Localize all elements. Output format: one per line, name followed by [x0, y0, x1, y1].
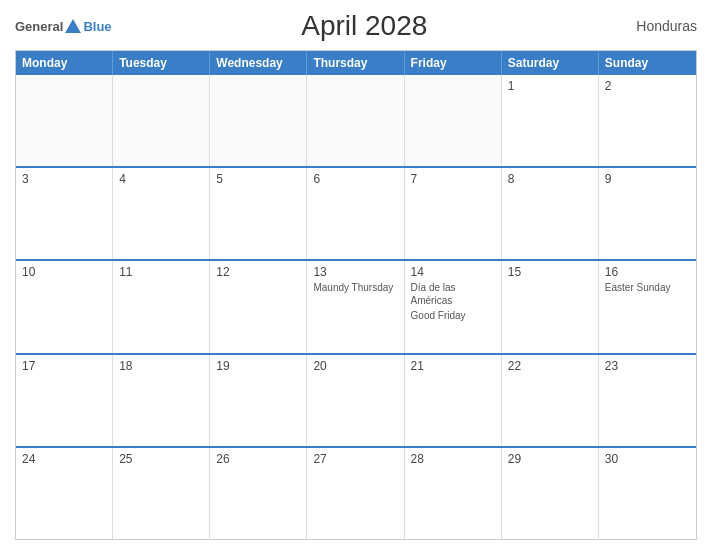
- cell-w1-d3: [210, 75, 307, 166]
- day-number: 4: [119, 172, 203, 186]
- day-number: 12: [216, 265, 300, 279]
- day-number: 22: [508, 359, 592, 373]
- day-number: 25: [119, 452, 203, 466]
- header-thursday: Thursday: [307, 51, 404, 75]
- header-saturday: Saturday: [502, 51, 599, 75]
- cell-w3-d4: 13Maundy Thursday: [307, 261, 404, 352]
- cell-w4-d5: 21: [405, 355, 502, 446]
- cell-w4-d7: 23: [599, 355, 696, 446]
- cell-w4-d2: 18: [113, 355, 210, 446]
- cell-w5-d3: 26: [210, 448, 307, 539]
- cell-w1-d1: [16, 75, 113, 166]
- day-number: 6: [313, 172, 397, 186]
- day-number: 3: [22, 172, 106, 186]
- holiday-label: Día de las Américas: [411, 281, 495, 307]
- calendar-title: April 2028: [112, 10, 617, 42]
- day-number: 29: [508, 452, 592, 466]
- day-number: 9: [605, 172, 690, 186]
- day-number: 17: [22, 359, 106, 373]
- cell-w1-d5: [405, 75, 502, 166]
- holiday-label: Maundy Thursday: [313, 281, 397, 294]
- calendar-grid: Monday Tuesday Wednesday Thursday Friday…: [15, 50, 697, 540]
- day-number: 19: [216, 359, 300, 373]
- week-1: 12: [16, 75, 696, 168]
- day-number: 7: [411, 172, 495, 186]
- day-number: 11: [119, 265, 203, 279]
- cell-w2-d2: 4: [113, 168, 210, 259]
- day-number: 18: [119, 359, 203, 373]
- cell-w3-d6: 15: [502, 261, 599, 352]
- cell-w1-d4: [307, 75, 404, 166]
- cell-w2-d5: 7: [405, 168, 502, 259]
- cell-w3-d3: 12: [210, 261, 307, 352]
- cell-w5-d5: 28: [405, 448, 502, 539]
- calendar-body: 12345678910111213Maundy Thursday14Día de…: [16, 75, 696, 539]
- cell-w5-d7: 30: [599, 448, 696, 539]
- week-4: 17181920212223: [16, 355, 696, 448]
- cell-w2-d6: 8: [502, 168, 599, 259]
- cell-w1-d6: 1: [502, 75, 599, 166]
- header: General Blue April 2028 Honduras: [15, 10, 697, 42]
- day-number: 23: [605, 359, 690, 373]
- header-sunday: Sunday: [599, 51, 696, 75]
- calendar-header: Monday Tuesday Wednesday Thursday Friday…: [16, 51, 696, 75]
- logo-general-text: General: [15, 19, 63, 34]
- cell-w3-d2: 11: [113, 261, 210, 352]
- day-number: 28: [411, 452, 495, 466]
- cell-w2-d3: 5: [210, 168, 307, 259]
- cell-w4-d1: 17: [16, 355, 113, 446]
- day-number: 27: [313, 452, 397, 466]
- svg-marker-0: [65, 19, 81, 33]
- holiday-label: Good Friday: [411, 309, 495, 322]
- holiday-label: Easter Sunday: [605, 281, 690, 294]
- week-2: 3456789: [16, 168, 696, 261]
- logo-blue-text: Blue: [83, 19, 111, 34]
- day-number: 21: [411, 359, 495, 373]
- cell-w1-d7: 2: [599, 75, 696, 166]
- header-monday: Monday: [16, 51, 113, 75]
- day-number: 2: [605, 79, 690, 93]
- day-number: 14: [411, 265, 495, 279]
- cell-w5-d4: 27: [307, 448, 404, 539]
- cell-w3-d1: 10: [16, 261, 113, 352]
- calendar-page: General Blue April 2028 Honduras Monday …: [0, 0, 712, 550]
- day-number: 20: [313, 359, 397, 373]
- logo: General Blue: [15, 17, 112, 35]
- cell-w4-d4: 20: [307, 355, 404, 446]
- header-tuesday: Tuesday: [113, 51, 210, 75]
- day-number: 26: [216, 452, 300, 466]
- cell-w4-d3: 19: [210, 355, 307, 446]
- cell-w3-d5: 14Día de las AméricasGood Friday: [405, 261, 502, 352]
- day-number: 5: [216, 172, 300, 186]
- day-number: 1: [508, 79, 592, 93]
- country-label: Honduras: [617, 18, 697, 34]
- day-number: 8: [508, 172, 592, 186]
- header-friday: Friday: [405, 51, 502, 75]
- logo-triangle-icon: [64, 17, 82, 35]
- cell-w3-d7: 16Easter Sunday: [599, 261, 696, 352]
- week-3: 10111213Maundy Thursday14Día de las Amér…: [16, 261, 696, 354]
- day-number: 13: [313, 265, 397, 279]
- cell-w5-d1: 24: [16, 448, 113, 539]
- day-number: 24: [22, 452, 106, 466]
- day-number: 16: [605, 265, 690, 279]
- day-number: 30: [605, 452, 690, 466]
- cell-w2-d1: 3: [16, 168, 113, 259]
- cell-w1-d2: [113, 75, 210, 166]
- cell-w5-d2: 25: [113, 448, 210, 539]
- cell-w2-d7: 9: [599, 168, 696, 259]
- week-5: 24252627282930: [16, 448, 696, 539]
- cell-w5-d6: 29: [502, 448, 599, 539]
- cell-w2-d4: 6: [307, 168, 404, 259]
- cell-w4-d6: 22: [502, 355, 599, 446]
- day-number: 15: [508, 265, 592, 279]
- header-wednesday: Wednesday: [210, 51, 307, 75]
- day-number: 10: [22, 265, 106, 279]
